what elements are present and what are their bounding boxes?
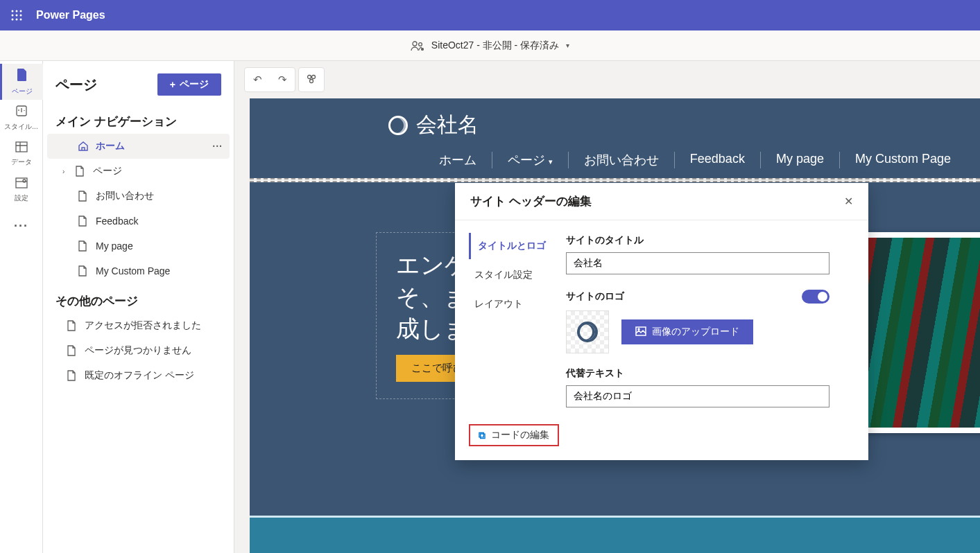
canvas-toolbar: ↶ ↷ (234, 61, 980, 98)
tree-label: ページが見つかりません (85, 344, 191, 357)
rail-label: ページ (12, 87, 33, 96)
tree-label: お問い合わせ (96, 190, 154, 202)
style-icon (15, 105, 28, 121)
rail-item-settings[interactable]: 設定 (0, 172, 43, 208)
svg-point-10 (418, 42, 422, 46)
more-icon: ··· (14, 219, 28, 234)
page-icon (67, 370, 79, 381)
logo-preview-icon (577, 322, 598, 342)
caret-down-icon: ▾ (549, 157, 553, 166)
page-icon (78, 265, 90, 276)
drop-zone[interactable] (250, 178, 980, 182)
nav-panel-title: ページ (55, 76, 97, 94)
plus-icon: + (170, 79, 175, 90)
edit-code-button[interactable]: ⧉ コードの編集 (469, 424, 559, 446)
tree-item-mypage[interactable]: My page (47, 234, 230, 258)
tree-label: 既定のオフライン ページ (85, 369, 194, 382)
nav-link-contact[interactable]: お問い合わせ (569, 152, 675, 168)
undo-button[interactable]: ↶ (245, 67, 270, 92)
sub-header: SiteOct27 - 非公開 - 保存済み ▾ (0, 30, 980, 61)
svg-point-9 (413, 42, 417, 46)
page-icon (67, 320, 79, 331)
tab-title-logo[interactable]: タイトルとロゴ (469, 233, 566, 259)
tree-item-access-denied[interactable]: アクセスが拒否されました (47, 313, 230, 338)
rail-item-style[interactable]: スタイル... (0, 100, 43, 136)
page-icon (78, 216, 90, 227)
modal-form: サイトのタイトル サイトのロゴ 画像のアップロード 代替テキスト (566, 220, 868, 460)
tab-style[interactable]: スタイル設定 (469, 262, 566, 288)
svg-point-19 (310, 79, 313, 82)
tree-item-contact[interactable]: お問い合わせ (47, 184, 230, 209)
tree-item-pages[interactable]: › ページ (47, 159, 230, 184)
other-pages-tree: アクセスが拒否されました ページが見つかりません 既定のオフライン ページ (43, 312, 234, 389)
tree-label: Feedback (96, 216, 138, 227)
svg-point-0 (12, 10, 14, 12)
chevron-right-icon[interactable]: › (62, 168, 72, 175)
page-icon (78, 191, 90, 202)
settings-icon (15, 177, 28, 192)
redo-button[interactable]: ↷ (270, 67, 295, 92)
alt-text-input[interactable] (566, 385, 829, 407)
page-icon (78, 240, 90, 252)
header-edit-modal: サイト ヘッダーの編集 ✕ タイトルとロゴ スタイル設定 レイアウト ⧉ コード… (455, 183, 868, 460)
site-nav: ホーム ページ ▾ お問い合わせ Feedback My page My Cus… (250, 139, 980, 178)
rail-item-more[interactable]: ··· (0, 208, 43, 244)
site-status-text[interactable]: SiteOct27 - 非公開 - 保存済み (431, 40, 559, 52)
tree-item-not-found[interactable]: ページが見つかりません (47, 338, 230, 363)
svg-point-4 (16, 15, 18, 17)
tree-item-feedback[interactable]: Feedback (47, 209, 230, 234)
redo-icon: ↷ (278, 73, 287, 86)
nav-link-pages[interactable]: ページ ▾ (492, 152, 569, 168)
tree-item-offline[interactable]: 既定のオフライン ページ (47, 363, 230, 388)
close-button[interactable]: ✕ (844, 195, 853, 208)
more-icon[interactable]: ··· (212, 141, 223, 152)
site-header[interactable]: 会社名 ホーム ページ ▾ お問い合わせ Feedback My page My… (250, 98, 980, 178)
tree-label: アクセスが拒否されました (85, 319, 201, 332)
nav-link-mypage[interactable]: My page (761, 152, 840, 168)
site-people-icon (411, 40, 424, 51)
nav-link-feedback[interactable]: Feedback (675, 152, 761, 168)
site-title-label: サイトのタイトル (566, 234, 849, 247)
rail-item-data[interactable]: データ (0, 136, 43, 172)
vscode-icon: ⧉ (479, 430, 485, 441)
logo-toggle[interactable] (802, 290, 829, 304)
alt-text-label: 代替テキスト (566, 367, 849, 380)
rail-label: データ (11, 157, 32, 167)
nav-link-custom[interactable]: My Custom Page (840, 152, 966, 168)
page-icon (75, 166, 87, 177)
svg-point-18 (312, 75, 316, 78)
svg-point-5 (20, 15, 22, 17)
site-logo-label: サイトのロゴ (566, 290, 624, 303)
tree-label: My page (96, 240, 133, 252)
rail-label: スタイル... (4, 122, 37, 132)
main-nav-section-label: メイン ナビゲーション (43, 105, 234, 132)
waffle-icon[interactable] (6, 4, 28, 26)
tab-layout[interactable]: レイアウト (469, 291, 566, 317)
image-icon (635, 326, 646, 338)
site-logo-icon (388, 116, 408, 135)
tree-item-custompage[interactable]: My Custom Page (47, 258, 230, 283)
main-nav-tree: ホーム ··· › ページ お問い合わせ Feedback My page (43, 132, 234, 285)
left-rail: ページ スタイル... データ 設定 ··· (0, 61, 43, 553)
rail-label: 設定 (15, 193, 28, 203)
chevron-down-icon[interactable]: ▾ (566, 42, 569, 49)
rail-item-pages[interactable]: ページ (0, 64, 43, 100)
components-button[interactable] (299, 67, 324, 92)
site-title: 会社名 (416, 111, 479, 139)
app-brand: Power Pages (36, 9, 105, 21)
upload-image-button[interactable]: 画像のアップロード (621, 319, 753, 344)
site-title-input[interactable] (566, 252, 829, 274)
other-pages-section-label: その他のページ (43, 285, 234, 312)
components-icon (306, 73, 317, 87)
modal-title: サイト ヘッダーの編集 (470, 193, 592, 209)
svg-rect-12 (422, 49, 422, 50)
svg-point-2 (20, 10, 22, 12)
svg-rect-14 (16, 142, 27, 152)
footer-band[interactable] (250, 516, 980, 553)
svg-point-8 (20, 19, 22, 21)
tree-item-home[interactable]: ホーム ··· (47, 134, 230, 159)
svg-point-3 (12, 15, 14, 17)
add-page-button[interactable]: + ページ (157, 73, 221, 96)
nav-link-home[interactable]: ホーム (424, 152, 492, 168)
svg-point-21 (638, 328, 639, 330)
